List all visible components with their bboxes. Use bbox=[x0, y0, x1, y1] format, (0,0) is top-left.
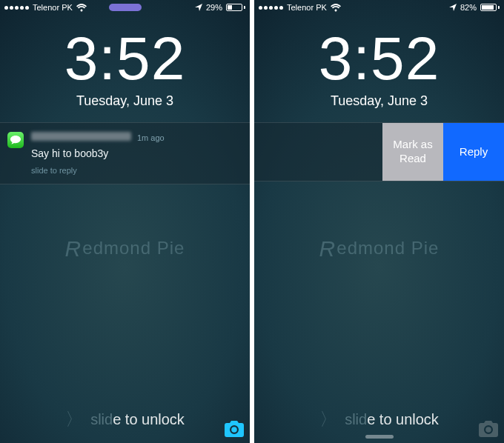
notification-swiped[interactable]: Mark as Read Reply bbox=[254, 122, 504, 181]
chevron-right-icon: 〉 bbox=[319, 407, 337, 431]
lockscreen-right: Telenor PK 82% 3:52 Tuesday, June 3 Mark… bbox=[254, 0, 504, 443]
unlock-dim: slid bbox=[345, 411, 367, 427]
location-icon bbox=[449, 4, 457, 11]
date-label: Tuesday, June 3 bbox=[0, 93, 250, 109]
chevron-right-icon: 〉 bbox=[65, 407, 83, 431]
notification-hint: slide to reply bbox=[31, 165, 241, 176]
battery-percent-label: 82% bbox=[460, 3, 477, 12]
loading-pill bbox=[109, 4, 142, 11]
time-label: 3:52 bbox=[254, 28, 504, 89]
notification-sender-blurred bbox=[31, 132, 131, 141]
slide-to-unlock[interactable]: 〉 slide to unlock bbox=[0, 407, 250, 431]
watermark: Redmond Pie bbox=[254, 234, 504, 259]
location-icon bbox=[195, 4, 202, 11]
slide-to-unlock[interactable]: 〉 slide to unlock bbox=[254, 407, 504, 431]
carrier-label: Telenor PK bbox=[287, 3, 327, 12]
control-center-grabber[interactable] bbox=[365, 435, 394, 439]
battery-icon bbox=[480, 4, 500, 11]
mark-as-read-button[interactable]: Mark as Read bbox=[382, 123, 443, 181]
carrier-label: Telenor PK bbox=[33, 3, 73, 12]
battery-percent-label: 29% bbox=[206, 3, 222, 12]
unlock-bright: e to unlock bbox=[113, 411, 185, 427]
status-bar: Telenor PK 82% bbox=[254, 0, 504, 15]
clock-block: 3:52 Tuesday, June 3 bbox=[254, 28, 504, 109]
lockscreen-left: Telenor PK 29% 3:52 Tuesday, June 3 bbox=[0, 0, 250, 443]
camera-shortcut[interactable] bbox=[479, 421, 498, 437]
unlock-dim: slid bbox=[90, 411, 113, 427]
watermark: Redmond Pie bbox=[0, 234, 250, 259]
wifi-icon bbox=[331, 4, 341, 12]
notification[interactable]: 1m ago Say hi to boob3y slide to reply bbox=[0, 122, 250, 184]
reply-button[interactable]: Reply bbox=[443, 123, 504, 181]
time-label: 3:52 bbox=[0, 28, 250, 89]
notification-time: 1m ago bbox=[137, 133, 165, 144]
battery-icon bbox=[226, 4, 245, 11]
date-label: Tuesday, June 3 bbox=[254, 93, 504, 109]
signal-dots bbox=[259, 6, 283, 10]
camera-shortcut[interactable] bbox=[225, 421, 244, 437]
unlock-bright: e to unlock bbox=[367, 411, 439, 427]
clock-block: 3:52 Tuesday, June 3 bbox=[0, 28, 250, 109]
wifi-icon bbox=[76, 4, 87, 12]
status-bar: Telenor PK 29% bbox=[0, 0, 250, 15]
notification-message: Say hi to boob3y bbox=[31, 147, 241, 161]
messages-icon bbox=[7, 132, 24, 148]
signal-dots bbox=[4, 6, 29, 10]
